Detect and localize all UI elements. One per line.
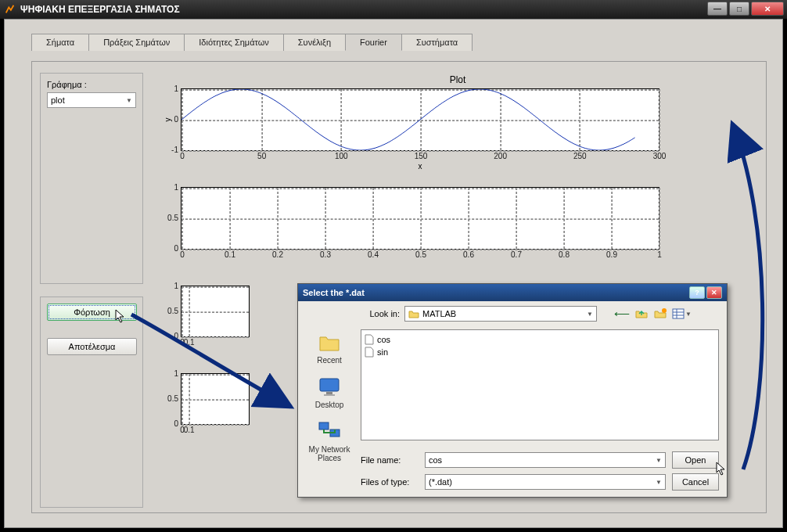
file-list[interactable]: cos sin — [361, 329, 719, 440]
chart-empty-2: 00.10.20.30.40.50.60.70.80.9100.51 — [181, 187, 659, 250]
file-open-dialog: Select the *.dat ? ✕ Look in: MATLAB ▼ ⟵ — [297, 283, 728, 498]
result-button[interactable]: Αποτέλεσμα — [47, 338, 137, 355]
place-network[interactable]: My Network Places — [304, 419, 354, 462]
svg-rect-5 — [320, 379, 339, 391]
view-menu-icon[interactable]: ▼ — [672, 308, 692, 319]
tab-3[interactable]: Συνέλιξη — [283, 34, 346, 51]
desktop-icon — [317, 374, 342, 399]
cancel-button[interactable]: Cancel — [672, 473, 719, 491]
chevron-down-icon: ▼ — [126, 97, 132, 104]
dialog-title: Select the *.dat — [303, 288, 365, 297]
window-title: ΨΗΦΙΑΚΗ ΕΠΕΞΕΡΓΑΣΙΑ ΣΗΜΑΤΟΣ — [20, 4, 180, 15]
tab-1[interactable]: Πράξεις Σημάτων — [88, 34, 185, 51]
titlebar: ΨΗΦΙΑΚΗ ΕΠΕΞΕΡΓΑΣΙΑ ΣΗΜΑΤΟΣ — □ ✕ — [0, 0, 787, 19]
tab-5[interactable]: Συστήματα — [401, 34, 473, 51]
new-folder-icon[interactable] — [653, 307, 667, 321]
filename-label: File name: — [361, 455, 419, 465]
load-button[interactable]: Φόρτωση — [47, 304, 137, 321]
lookin-select[interactable]: MATLAB ▼ — [404, 306, 597, 322]
tab-0[interactable]: Σήματα — [31, 34, 89, 51]
place-desktop[interactable]: Desktop — [304, 374, 354, 409]
open-button[interactable]: Open — [672, 451, 719, 469]
close-button[interactable]: ✕ — [751, 2, 784, 16]
chart-empty-3: 00.100.51 — [181, 286, 250, 337]
graph-select[interactable]: plot ▼ — [47, 92, 136, 108]
chart-main: y x 050100150200250300-101 — [181, 88, 659, 151]
graph-selector-box: Γράφημα : plot ▼ — [40, 73, 143, 284]
dialog-help-button[interactable]: ? — [689, 286, 705, 299]
file-icon — [365, 334, 374, 345]
svg-rect-6 — [326, 392, 332, 394]
chart-title: Plot — [157, 74, 758, 85]
file-item[interactable]: sin — [365, 346, 715, 358]
lookin-label: Look in: — [361, 309, 400, 318]
tabs: ΣήματαΠράξεις ΣημάτωνΙδιότητες ΣημάτωνΣυ… — [31, 34, 782, 51]
chart-empty-4: 00.100.51 — [181, 373, 250, 425]
svg-point-0 — [662, 308, 667, 313]
network-icon — [317, 419, 342, 444]
up-folder-icon[interactable] — [634, 307, 649, 321]
filename-input[interactable]: cos ▼ — [425, 452, 666, 468]
places-bar: Recent Desktop My Network Places — [304, 329, 354, 472]
place-recent[interactable]: Recent — [304, 329, 354, 365]
dialog-titlebar: Select the *.dat ? ✕ — [298, 284, 727, 301]
chevron-down-icon: ▼ — [656, 457, 662, 464]
graph-label: Γράφημα : — [47, 80, 136, 89]
chevron-down-icon: ▼ — [656, 479, 662, 486]
folder-recent-icon — [317, 329, 342, 354]
chevron-down-icon: ▼ — [587, 311, 593, 318]
filetype-select[interactable]: (*.dat) ▼ — [425, 474, 666, 490]
dialog-close-button[interactable]: ✕ — [706, 286, 722, 299]
tab-2[interactable]: Ιδιότητες Σημάτων — [184, 34, 284, 51]
actions-box: Φόρτωση Αποτέλεσμα — [40, 297, 143, 508]
minimize-button[interactable]: — — [707, 2, 728, 16]
filetype-label: Files of type: — [361, 477, 419, 487]
svg-rect-1 — [673, 309, 684, 318]
file-icon — [365, 347, 374, 358]
tab-4[interactable]: Fourier — [345, 34, 402, 51]
x-axis-label: x — [419, 162, 422, 171]
svg-rect-7 — [324, 394, 335, 396]
maximize-button[interactable]: □ — [729, 2, 749, 16]
app-icon — [5, 4, 16, 15]
folder-icon — [408, 309, 419, 318]
svg-rect-8 — [319, 422, 329, 430]
file-item[interactable]: cos — [365, 333, 715, 346]
back-icon[interactable]: ⟵ — [614, 307, 630, 320]
